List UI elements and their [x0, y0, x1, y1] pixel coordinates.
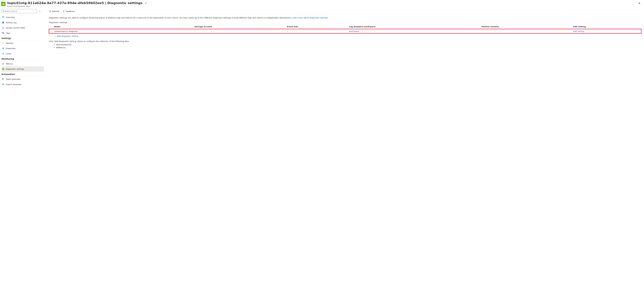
svg-rect-5: [3, 22, 4, 22]
col-partner: Partner solution: [480, 24, 572, 29]
sidebar-item-access-control[interactable]: Access control (IAM): [1, 25, 44, 30]
row-law-link[interactable]: workspace: [349, 30, 359, 32]
svg-point-16: [3, 48, 4, 49]
sidebar-section-monitoring: Monitoring: [1, 56, 44, 61]
svg-rect-7: [3, 23, 3, 23]
table-row: systemtopic01-diagnosti... - - workspace…: [49, 29, 641, 33]
svg-point-15: [3, 48, 3, 48]
sidebar-item-label: Properties: [6, 47, 16, 50]
svg-rect-19: [2, 64, 3, 64]
svg-rect-2: [2, 16, 4, 18]
sidebar-item-label: Tasks (preview): [6, 78, 20, 80]
sidebar-item-identity[interactable]: Identity: [1, 40, 44, 46]
tags-icon: [2, 32, 4, 34]
search-input[interactable]: [4, 10, 36, 12]
overview-icon: [2, 16, 4, 18]
svg-line-1: [4, 11, 4, 12]
more-icon[interactable]: ···: [149, 2, 152, 4]
close-icon[interactable]: ✕: [638, 1, 641, 5]
sidebar-section-settings: Settings: [1, 36, 44, 40]
resource-type-icon: [1, 2, 6, 6]
edit-setting-link[interactable]: Edit setting: [573, 30, 584, 32]
svg-rect-24: [2, 79, 3, 80]
activity-log-icon: [2, 21, 4, 24]
row-name: systemtopic01-diagnosti...: [54, 30, 79, 32]
feedback-icon: [62, 10, 65, 12]
tasks-icon: [2, 78, 4, 80]
svg-rect-21: [3, 63, 4, 65]
col-law: Log Analytics workspace: [348, 24, 480, 29]
search-icon: [2, 10, 4, 12]
properties-icon: [2, 47, 4, 50]
sidebar-item-tags[interactable]: Tags: [1, 30, 44, 36]
sidebar-item-export-template[interactable]: Export template: [1, 82, 44, 87]
metrics-icon: [2, 63, 4, 65]
svg-rect-20: [3, 63, 3, 64]
sidebar-item-overview[interactable]: Overview: [1, 15, 44, 20]
collapse-sidebar-icon[interactable]: «: [39, 10, 40, 12]
hint-text: Click 'Add Diagnostic setting' above to …: [49, 40, 641, 42]
resource-type-subtitle: Event Grid System Topic: [7, 5, 636, 7]
col-name: Name: [49, 24, 193, 29]
feedback-label: Feedback: [66, 10, 75, 12]
svg-point-17: [3, 49, 3, 49]
sidebar-item-label: Overview: [6, 16, 15, 18]
sidebar-section-automation: Automation: [1, 72, 44, 76]
sidebar-item-metrics[interactable]: Metrics: [1, 61, 44, 66]
sidebar-item-label: Access control (IAM): [6, 27, 25, 29]
svg-point-10: [3, 32, 3, 33]
svg-point-8: [3, 27, 3, 28]
learn-more-link[interactable]: Learn more about diagnostic settings: [292, 17, 328, 19]
refresh-label: Refresh: [52, 10, 59, 12]
add-diagnostic-setting-link[interactable]: ＋Add diagnostic setting: [54, 35, 78, 37]
sidebar-item-label: Export template: [6, 83, 21, 86]
row-partner: -: [480, 29, 572, 33]
sidebar-item-properties[interactable]: Properties: [1, 46, 44, 51]
svg-point-0: [3, 10, 4, 11]
sidebar-item-locks[interactable]: Locks: [1, 51, 44, 56]
sidebar-item-label: Metrics: [6, 63, 13, 65]
diagnostic-settings-icon: [2, 68, 4, 70]
page-title: topic01stg-811a624a-8a77-437e-89de-dfeb5…: [7, 1, 142, 5]
col-storage: Storage account: [193, 24, 286, 29]
pin-icon[interactable]: [144, 2, 147, 4]
col-edit: Edit setting: [572, 24, 641, 29]
sidebar-item-activity-log[interactable]: Activity log: [1, 20, 44, 25]
sidebar-item-label: Activity log: [6, 21, 16, 24]
hint-item: AllMetrics: [56, 46, 641, 49]
svg-point-9: [4, 27, 4, 28]
feedback-button[interactable]: Feedback: [62, 10, 75, 12]
description-text: Diagnostic settings are used to configur…: [49, 16, 641, 19]
svg-point-29: [64, 11, 64, 11]
identity-icon: [2, 42, 4, 44]
sidebar-item-diagnostic-settings[interactable]: Diagnostic settings: [1, 66, 44, 72]
sidebar-item-label: Tags: [6, 32, 10, 34]
diagnostic-settings-table: Name Storage account Event hub Log Analy…: [49, 24, 641, 33]
diagnostic-settings-label: Diagnostic settings: [49, 21, 641, 23]
svg-rect-23: [2, 78, 3, 79]
sidebar-search[interactable]: [1, 9, 37, 13]
sidebar-item-label: Diagnostic settings: [6, 68, 24, 70]
hint-item: DeliveryFailures: [56, 43, 641, 46]
refresh-icon: [49, 10, 51, 12]
access-control-icon: [2, 27, 4, 29]
locks-icon: [2, 52, 4, 55]
plus-icon: ＋: [54, 35, 56, 37]
col-eventhub: Event hub: [286, 24, 348, 29]
sidebar-item-tasks[interactable]: Tasks (preview): [1, 76, 44, 82]
svg-rect-18: [3, 53, 4, 54]
row-storage: -: [193, 29, 286, 33]
export-template-icon: [2, 83, 4, 86]
refresh-button[interactable]: Refresh: [49, 10, 59, 12]
sidebar-item-label: Locks: [6, 53, 11, 55]
svg-point-11: [2, 43, 3, 44]
row-eventhub: -: [286, 29, 348, 33]
sidebar-item-label: Identity: [6, 42, 13, 44]
